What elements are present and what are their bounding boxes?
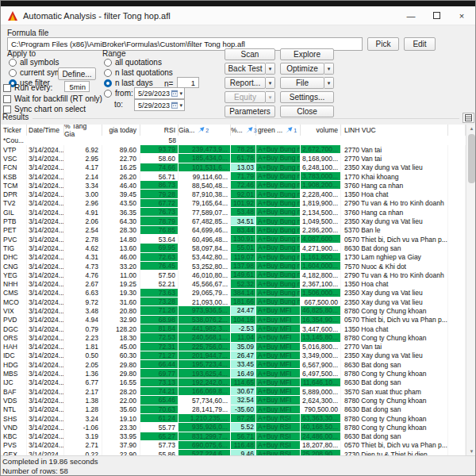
table-row[interactable]: DPR3/14/2024...3.0039.4579.2887,910,38..…: [1, 190, 466, 198]
table-row[interactable]: FCN3/14/2024...4.1716.2574.66101,531,6..…: [1, 163, 466, 172]
results-vertical-scrollbar[interactable]: ▲ ▼: [466, 125, 476, 455]
header-gia[interactable]: Gia... 2: [178, 125, 231, 136]
header-pct[interactable]: %... 3: [231, 125, 256, 136]
cell-datetime: 3/14/2024...: [27, 423, 64, 432]
radio-n-last-days[interactable]: n last days: [104, 79, 153, 87]
explore-button[interactable]: Explore: [280, 48, 334, 60]
to-date-picker[interactable]: 5/29/2023 ▾: [134, 99, 185, 111]
table-row[interactable]: CMS3/14/2024...6.6319.3073.6329,065,79..…: [1, 289, 466, 298]
table-row[interactable]: IJC3/14/2024...6.7716.5573.13192,242,0..…: [1, 378, 466, 387]
table-row[interactable]: HAH3/14/2024...1.8145.0072.31225,756,0..…: [1, 343, 466, 351]
file-button[interactable]: File: [280, 77, 324, 89]
table-row[interactable]: PET3/14/2024...2.5428.3076.8564,699,46..…: [1, 226, 466, 235]
header-pct-tang-gia[interactable]: % Tang Gia: [64, 125, 102, 136]
define-button[interactable]: Define...: [58, 67, 96, 80]
radio-all-quotations[interactable]: all quotations: [104, 58, 162, 67]
from-date-picker[interactable]: 5/29/2023 ▾: [134, 87, 185, 99]
edit-button[interactable]: Edit: [404, 37, 436, 51]
radio-from[interactable]: from:: [104, 89, 133, 98]
table-row[interactable]: BAF3/14/2024...2.1728.2074.21166,069,8..…: [1, 387, 466, 396]
table-row[interactable]: KSB3/14/2024...2.1426.2056.7199,114,60..…: [1, 172, 466, 181]
optimize-dropdown[interactable]: ▾: [324, 63, 334, 75]
report-button[interactable]: Report...: [225, 77, 266, 89]
table-row[interactable]: YEG3/14/2024...4.7611.0057.5046,010,80..…: [1, 271, 466, 279]
header-ticker[interactable]: Ticker: [1, 125, 27, 136]
table-row[interactable]: MBS3/14/2024...1.3629.8069.77193,625,4..…: [1, 369, 466, 378]
cell-volume: 2,286,200...: [301, 226, 341, 235]
cell-signal: A+Buy RSI: [256, 414, 301, 423]
table-row[interactable]: DHC3/14/2024...4.3146.0072.6353,442,80..…: [1, 253, 466, 262]
radio-n-last-quotations[interactable]: n last quotations: [104, 68, 173, 77]
header-green[interactable]: green ... 1: [256, 125, 301, 136]
table-row[interactable]: GIL3/14/2024...4.9136.3576.7377,589,07..…: [1, 208, 466, 217]
table-row[interactable]: PVC3/14/2024...2.7814.8053.6460,496,48..…: [1, 235, 466, 244]
table-row[interactable]: GEX3/14/2024...0.2222.9055.86527,224,6..…: [1, 450, 466, 455]
cell-signal: A+Buy MFI: [256, 405, 301, 414]
header-datetime[interactable]: Date/Time: [27, 125, 64, 136]
scan-button[interactable]: Scan: [225, 48, 275, 60]
scroll-down-arrow[interactable]: ▼: [466, 447, 476, 455]
wait-backfill-checkbox[interactable]: Wait for backfill (RT only): [3, 94, 102, 103]
header-linh-vuc[interactable]: LINH VUC: [341, 125, 448, 136]
file-dropdown[interactable]: ▾: [324, 77, 334, 89]
back-test-dropdown[interactable]: ▾: [266, 63, 275, 75]
table-row[interactable]: VIX3/14/2024...3.4820.8071.26973,936,5..…: [1, 306, 466, 315]
cell-empty: [448, 244, 466, 252]
table-row[interactable]: VND3/14/2024...-1.0623.3055.77935,926,0.…: [1, 423, 466, 432]
table-row[interactable]: PTB3/14/2024...2.0664.3078.7967,482,85..…: [1, 217, 466, 225]
cell-gia: 185,434,0...: [178, 154, 231, 163]
header-gia-today[interactable]: gia today: [102, 125, 140, 136]
run-every-checkbox[interactable]: Run every:: [3, 83, 52, 92]
run-interval-input[interactable]: 5min: [64, 81, 90, 92]
maximize-button[interactable]: [431, 11, 442, 21]
scrollbar-thumb[interactable]: [468, 134, 475, 183]
cell-rsi: 74.66: [140, 163, 178, 172]
scroll-up-arrow[interactable]: ▲: [466, 125, 476, 132]
table-row[interactable]: KBC3/14/2024...3.1933.9565.27831,299,7..…: [1, 432, 466, 441]
titlebar: Automatic Analysis - filter Tong hop.afl…: [1, 6, 476, 25]
minimize-button[interactable]: —: [405, 11, 416, 21]
cell-rsi: 66.44: [140, 360, 178, 369]
table-row[interactable]: PVS3/14/2024...2.7137.9057.73690,075,6..…: [1, 441, 466, 450]
results-options-button[interactable]: [463, 113, 474, 123]
table-row[interactable]: VDS3/14/2024...1.3822.0065.4657,734,60..…: [1, 396, 466, 405]
header-rsi[interactable]: RSI: [140, 125, 178, 136]
table-row[interactable]: IDC3/14/2024...0.5060.3071.27201,944,7..…: [1, 351, 466, 360]
cell-rsi: 58.60: [140, 154, 178, 163]
cell-pct-tang-gia: 2.78: [64, 235, 102, 244]
pick-button[interactable]: Pick: [367, 37, 399, 51]
close-button[interactable]: Close: [280, 106, 334, 117]
table-row[interactable]: NHH3/14/2024...2.6719.2552.2145,566,67..…: [1, 279, 466, 288]
cell-linh-vuc: 3760 Hang ca nhan: [341, 208, 448, 217]
table-row[interactable]: VSC3/14/2024...2.9522.7058.60185,434,0..…: [1, 154, 466, 163]
settings-button[interactable]: Settings...: [280, 91, 334, 103]
table-row[interactable]: DGC3/14/2024...0.79128.2081.84441,982,3.…: [1, 324, 466, 333]
close-window-button[interactable]: ×: [456, 11, 467, 21]
cell-signal: A+Buy Bung no: [256, 244, 301, 252]
cell-signal: A+Buy RSI: [256, 432, 301, 441]
table-row[interactable]: SHS3/14/2024...3.2419.1061.241,210,235,.…: [1, 414, 466, 423]
report-dropdown[interactable]: ▾: [266, 77, 275, 89]
table-row[interactable]: CNG3/14/2024...4.7333.2076.4553,252,80..…: [1, 262, 466, 271]
cell-pct: 35.09: [231, 343, 256, 351]
optimize-button[interactable]: Optimize: [280, 63, 324, 75]
table-row[interactable]: TCM3/14/2024...3.3446.4086.7388,540,48..…: [1, 181, 466, 190]
cell-ticker: IDC: [1, 351, 27, 360]
table-row[interactable]: HDG3/14/2024...2.0529.8066.44195,723,4..…: [1, 360, 466, 369]
header-volume[interactable]: volume: [301, 125, 341, 136]
n-input[interactable]: 1: [177, 77, 199, 88]
back-test-button[interactable]: Back Test: [225, 63, 266, 75]
table-row[interactable]: NTL3/14/2024...1.2835.6070.6328,141,79..…: [1, 405, 466, 414]
table-row[interactable]: VTP3/14/2024...6.9289.6093.79239,473,9..…: [1, 145, 466, 154]
radio-all-symbols[interactable]: all symbols: [9, 58, 59, 67]
cell-pct: 30.67: [231, 387, 256, 396]
parameters-button[interactable]: Parameters: [225, 106, 275, 117]
results-header-row: Ticker Date/Time % Tang Gia gia today RS…: [1, 125, 466, 136]
cell-rsi: 93.79: [140, 145, 178, 154]
table-row[interactable]: TIG3/14/2024...4.6213.6069.9558,097,84..…: [1, 244, 466, 252]
formula-file-label: Formula file: [7, 29, 48, 37]
table-row[interactable]: PVD3/14/2024...4.9432.9068.98538,076,2..…: [1, 316, 466, 324]
table-row[interactable]: TV23/14/2024...2.9643.5067.7279,165,64..…: [1, 199, 466, 208]
table-row[interactable]: MCO3/14/2024...9.7231.6073.2821,093,00..…: [1, 298, 466, 306]
table-row[interactable]: ORS3/14/2024...2.2318.3072.53240,568,1..…: [1, 333, 466, 342]
